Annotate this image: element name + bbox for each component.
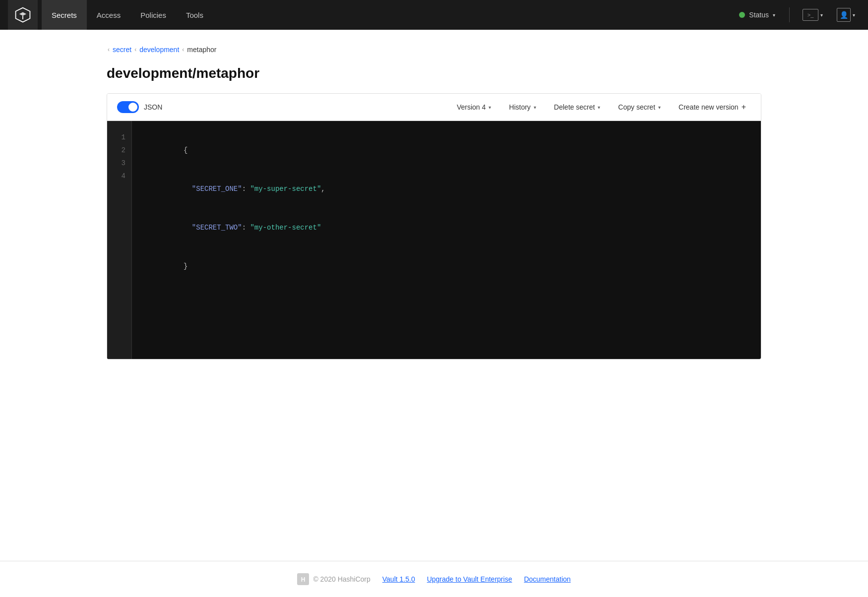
- line-num-3: 3: [122, 157, 125, 170]
- footer-enterprise-link[interactable]: Upgrade to Vault Enterprise: [427, 575, 512, 583]
- code-line-4: }: [142, 247, 751, 286]
- create-version-button[interactable]: Create new version +: [674, 100, 751, 115]
- copy-label: Copy secret: [618, 103, 655, 111]
- footer: H © 2020 HashiCorp Vault 1.5.0 Upgrade t…: [0, 561, 868, 597]
- indent-2: [184, 185, 192, 193]
- breadcrumb-development[interactable]: development: [139, 46, 179, 54]
- navbar-right: Status ▾ >_ ▾ 👤 ▾: [733, 5, 860, 25]
- status-button[interactable]: Status ▾: [733, 8, 781, 22]
- json-toggle[interactable]: [117, 101, 139, 113]
- code-editor: { "SECRET_ONE": "my-super-secret", "SECR…: [132, 121, 761, 359]
- status-label: Status: [749, 11, 769, 19]
- vault-logo[interactable]: [8, 0, 38, 30]
- terminal-icon: >_: [803, 9, 818, 21]
- version-button[interactable]: Version 4 ▾: [452, 100, 496, 114]
- colon-2: :: [242, 224, 250, 232]
- code-line-1: {: [142, 131, 751, 170]
- footer-docs-link[interactable]: Documentation: [524, 575, 570, 583]
- history-label: History: [509, 103, 531, 111]
- json-label: JSON: [144, 103, 162, 111]
- delete-chevron-icon: ▾: [598, 105, 600, 110]
- copy-secret-button[interactable]: Copy secret ▾: [613, 100, 666, 114]
- terminal-button[interactable]: >_ ▾: [798, 6, 828, 24]
- user-chevron-icon: ▾: [853, 12, 855, 18]
- val-secret-one: "my-super-secret": [250, 185, 321, 193]
- secret-panel: JSON Version 4 ▾ History ▾ Delete secret…: [107, 93, 761, 359]
- svg-marker-1: [19, 12, 26, 16]
- breadcrumb-sep-2: ‹: [182, 46, 184, 53]
- code-line-3: "SECRET_TWO": "my-other-secret": [142, 208, 751, 247]
- page-title: development/metaphor: [107, 65, 761, 81]
- delete-label: Delete secret: [554, 103, 595, 111]
- line-num-1: 1: [122, 131, 125, 144]
- version-chevron-icon: ▾: [489, 105, 491, 110]
- key-secret-two: "SECRET_TWO": [192, 224, 242, 232]
- colon-1: :: [242, 185, 250, 193]
- nav-policies[interactable]: Policies: [130, 0, 176, 30]
- footer-logo: H © 2020 HashiCorp: [297, 573, 370, 585]
- toolbar: JSON Version 4 ▾ History ▾ Delete secret…: [107, 94, 761, 121]
- open-brace: {: [184, 146, 187, 154]
- version-label: Version 4: [457, 103, 486, 111]
- nav-access[interactable]: Access: [87, 0, 130, 30]
- close-brace: }: [184, 262, 187, 270]
- nav-secrets[interactable]: Secrets: [42, 0, 87, 30]
- comma-1: ,: [321, 185, 325, 193]
- breadcrumb-sep-1: ‹: [134, 46, 136, 53]
- hashicorp-logo-icon: H: [297, 573, 309, 585]
- create-label: Create new version: [679, 103, 739, 111]
- line-numbers: 1 2 3 4: [107, 121, 132, 359]
- delete-secret-button[interactable]: Delete secret ▾: [549, 100, 605, 114]
- create-plus-icon: +: [742, 103, 746, 112]
- breadcrumb: ‹ secret ‹ development ‹ metaphor: [107, 46, 761, 54]
- status-chevron-icon: ▾: [773, 12, 775, 18]
- code-line-2: "SECRET_ONE": "my-super-secret",: [142, 170, 751, 208]
- breadcrumb-sep-0: ‹: [108, 46, 110, 53]
- nav-divider: [789, 7, 790, 22]
- footer-copyright: © 2020 HashiCorp: [313, 575, 370, 583]
- terminal-chevron-icon: ▾: [820, 12, 823, 18]
- json-toggle-group: JSON: [117, 101, 162, 113]
- svg-text:H: H: [301, 576, 306, 583]
- nav-tools[interactable]: Tools: [176, 0, 213, 30]
- val-secret-two: "my-other-secret": [250, 224, 321, 232]
- navbar: Secrets Access Policies Tools Status ▾ >…: [0, 0, 868, 30]
- breadcrumb-metaphor: metaphor: [187, 46, 216, 54]
- main-content: ‹ secret ‹ development ‹ metaphor develo…: [87, 30, 781, 561]
- indent-3: [184, 224, 192, 232]
- footer-vault-version[interactable]: Vault 1.5.0: [382, 575, 415, 583]
- line-num-2: 2: [122, 144, 125, 157]
- history-chevron-icon: ▾: [534, 105, 536, 110]
- key-secret-one: "SECRET_ONE": [192, 185, 242, 193]
- breadcrumb-secret[interactable]: secret: [113, 46, 131, 54]
- user-icon: 👤: [837, 8, 851, 22]
- user-button[interactable]: 👤 ▾: [832, 5, 860, 25]
- line-num-4: 4: [122, 170, 125, 182]
- history-button[interactable]: History ▾: [504, 100, 541, 114]
- nav-links: Secrets Access Policies Tools: [42, 0, 733, 30]
- status-dot: [739, 12, 745, 18]
- code-container: 1 2 3 4 { "SECRET_ONE": "my-super-secret…: [107, 121, 761, 359]
- copy-chevron-icon: ▾: [658, 105, 661, 110]
